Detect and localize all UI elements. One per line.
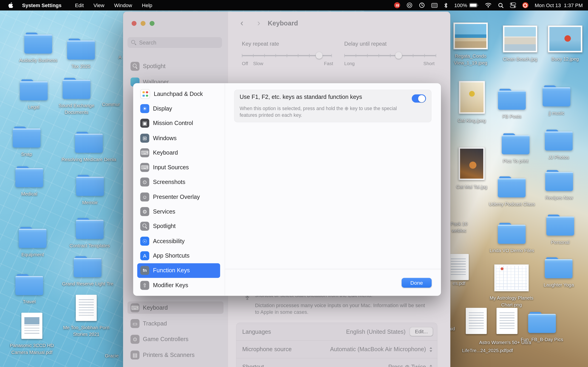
desktop-icon[interactable]: Cat King.jpeg <box>458 81 486 124</box>
desktop-icon[interactable]: Linda VO Demo Files <box>490 223 534 254</box>
menu-edit[interactable]: Edit <box>75 2 84 8</box>
display-menubar-icon[interactable] <box>431 3 438 8</box>
app-menu-title[interactable]: System Settings <box>22 2 61 8</box>
sheet-item-modifier-keys[interactable]: ⇧Modifier Keys <box>137 278 220 292</box>
sheet-item-screenshots[interactable]: ⊙Screenshots <box>137 175 220 190</box>
desktop-icon[interactable] <box>466 308 487 334</box>
sheet-item-label: Presenter Overlay <box>153 194 200 200</box>
document-icon <box>21 313 42 339</box>
desktop-icon[interactable]: Contract Templates <box>69 218 110 249</box>
desktop-icon[interactable]: Clean Beach.jpg <box>503 25 537 63</box>
desktop-icon[interactable]: Me Too_Siobhan Porn Stories 2021 <box>58 295 114 338</box>
desktop-icon[interactable]: My Astrology Planets Chart.png <box>483 265 540 308</box>
parallels-icon[interactable] <box>394 2 400 8</box>
desktop-icon[interactable]: Recipes Now <box>545 170 573 201</box>
time-machine-icon[interactable] <box>419 2 425 8</box>
bluetooth-icon[interactable] <box>444 2 448 8</box>
apple-menu[interactable] <box>8 2 13 8</box>
desktop-icon[interactable]: Udemy Podcast Class <box>489 176 535 208</box>
desktop-icon-label: Cat King.jpeg <box>458 117 486 124</box>
document-icon <box>76 295 97 321</box>
desktop-icon[interactable]: Resolving Medicare Denia <box>61 132 116 163</box>
menu-window[interactable]: Window <box>114 2 132 8</box>
menu-view[interactable]: View <box>94 2 104 8</box>
control-center-icon[interactable] <box>510 2 516 8</box>
folder-icon <box>67 39 95 59</box>
sheet-item-spotlight[interactable]: Spotlight <box>137 219 220 234</box>
folder-icon <box>498 89 526 110</box>
desktop-icon[interactable]: Gracie <box>105 352 119 359</box>
battery-status[interactable]: 100% <box>454 2 478 8</box>
folder-icon <box>24 33 52 53</box>
desktop-icon[interactable]: Grand Reserve Light Tre <box>62 256 113 287</box>
function-keys-toggle[interactable] <box>412 94 426 102</box>
sheet-item-keyboard[interactable]: ⌨Keyboard <box>137 145 220 160</box>
desktop-icon-label: JJ Photos <box>548 154 569 161</box>
desktop-icon[interactable]: Pack 10 webloc <box>450 221 467 234</box>
red-app-icon[interactable] <box>522 2 528 8</box>
desktop-icon[interactable]: jj music <box>543 85 570 117</box>
sheet-item-services[interactable]: ⚙Services <box>137 204 220 219</box>
desktop-icon[interactable]: Audacity Business <box>19 33 57 64</box>
desktop-icon-label: Equipment <box>21 251 44 258</box>
desktop-icon[interactable]: Legal <box>20 79 48 110</box>
menu-help[interactable]: Help <box>142 2 152 8</box>
desktop-icon[interactable]: FB Posts <box>498 89 526 120</box>
sheet-item-function-keys[interactable]: fnFunction Keys <box>137 263 220 278</box>
sheet-item-input-sources[interactable]: ⌨Input Sources <box>137 160 220 175</box>
desktop-icon-label: Cat Mai Tai.jpg <box>456 184 487 190</box>
menubar-clock[interactable]: Mon Oct 13 1:37 PM <box>535 2 583 8</box>
spotlight-search-icon[interactable] <box>498 2 503 8</box>
desktop-icon[interactable]: Sound Exchange Documents <box>54 78 99 116</box>
sheet-item-mission-control[interactable]: ▣Mission Control <box>137 116 220 131</box>
desktop-icon[interactable]: Cat Mai Tai.jpg <box>456 147 487 190</box>
sheet-item-label: Keyboard <box>153 149 178 156</box>
desktop-icon-label: Resolving Medicare Denia <box>61 156 116 163</box>
folder-icon <box>545 257 573 278</box>
desktop-icon-label: Pack 10 webloc <box>450 221 467 234</box>
desktop-icon[interactable]: A <box>119 54 122 61</box>
desktop-icon[interactable]: JJ Photos <box>545 130 573 161</box>
desktop-icon[interactable]: Travel <box>15 274 43 305</box>
folder-icon <box>545 130 573 150</box>
sheet-item-label: Launchpad & Dock <box>154 91 203 97</box>
sheet-item-launchpad-dock[interactable]: Launchpad & Dock <box>137 86 220 101</box>
sheet-item-app-shortcuts[interactable]: AApp Shortcuts <box>137 248 220 263</box>
folder-icon <box>546 215 574 236</box>
desktop-icon-label: Regata_Condo View_1_19.jpeg <box>449 53 493 66</box>
desktop-icon[interactable] <box>497 308 518 334</box>
desktop-icon[interactable]: Equipment <box>19 227 47 258</box>
sheet-item-display[interactable]: ☀Display <box>137 101 220 116</box>
desktop-icon[interactable]: Medical <box>15 166 43 198</box>
sheet-footer-divider <box>225 269 441 269</box>
desktop-icon[interactable]: Snap <box>13 127 41 158</box>
sheet-item-accessibility[interactable]: ☉Accessibility <box>137 234 220 248</box>
desktop-icon[interactable]: Regata_Condo View_1_19.jpeg <box>449 23 493 66</box>
sheet-item-presenter-overlay[interactable]: ☺Presenter Overlay <box>137 190 220 204</box>
done-button[interactable]: Done <box>402 278 432 287</box>
desktop-icon[interactable] <box>448 254 468 280</box>
folder-icon <box>498 176 526 197</box>
desktop-icon[interactable]: Panasonic 3CCD HD Camera Manual.pdf <box>6 313 58 356</box>
desktop-icon-label: My Astrology Planets Chart.png <box>483 295 540 308</box>
sheet-item-windows[interactable]: ⊞Windows <box>137 131 220 145</box>
desktop-icon[interactable]: Buoy 12.jpeg <box>548 25 582 63</box>
desktop-icon[interactable]: LifeTre...24_2025.pdfpdf <box>462 347 513 354</box>
sheet-item-label: Modifier Keys <box>153 282 188 289</box>
wifi-icon[interactable] <box>485 3 492 8</box>
hotspot-rings-icon[interactable] <box>406 2 413 8</box>
desktop-icon[interactable]: es.pdf <box>453 280 466 287</box>
desktop-icon[interactable]: Memoir <box>76 175 104 206</box>
screenshots-icon: ⊙ <box>140 178 149 187</box>
desktop-icon[interactable]: Personal <box>546 215 574 246</box>
desktop-icon[interactable]: Laughter Yoga <box>544 257 574 289</box>
desktop-icon-label: es.pdf <box>453 280 466 287</box>
keyboard-icon: ⌨ <box>140 148 149 157</box>
desktop-icon[interactable]: Tax 2025 <box>67 39 95 70</box>
desktop-icon[interactable]: Pics To print <box>502 133 529 165</box>
input-sources-icon: ⌨ <box>140 163 149 172</box>
desktop-icon[interactable]: Commur <box>102 101 120 108</box>
sheet-item-label: Input Sources <box>153 164 189 171</box>
desktop-icon[interactable]: Fun_FB_B-Day Pics <box>521 312 563 343</box>
folder-icon <box>19 227 47 248</box>
